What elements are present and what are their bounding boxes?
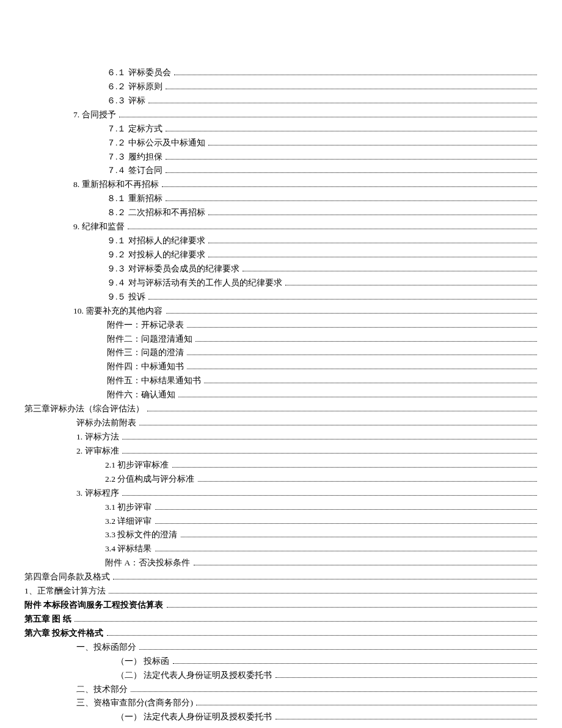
toc-entry-label: （一） 投标函 <box>116 655 172 668</box>
toc-leader-dots <box>122 453 537 454</box>
toc-entry: ７.４ 签订合同 <box>24 164 538 178</box>
toc-entry-label: ７.４ 签订合同 <box>107 164 164 177</box>
toc-entry: ９.３ 对评标委员会成员的纪律要求 <box>24 262 538 276</box>
toc-leader-dots <box>166 200 537 201</box>
toc-entry-label: 附件 A：否决投标条件 <box>105 557 192 570</box>
toc-entry: 三、资格审查部分(含商务部分) <box>24 696 538 710</box>
toc-entry-label: 附件三：问题的澄清 <box>107 347 186 359</box>
toc-entry: ６.３ 评标 <box>24 94 538 108</box>
toc-leader-dots <box>131 691 537 692</box>
toc-entry: 1. 评标方法 <box>24 430 538 444</box>
toc-leader-dots <box>276 719 537 719</box>
toc-entry: 附件二：问题澄清通知 <box>24 333 538 347</box>
toc-leader-dots <box>174 75 537 75</box>
toc-leader-dots <box>187 327 537 328</box>
toc-entry: ９.２ 对投标人的纪律要求 <box>24 248 538 262</box>
toc-entry: 二、技术部分 <box>24 683 538 697</box>
page-container: ６.１ 评标委员会 ６.２ 评标原则 ６.３ 评标 7. 合同授予 ７.１ 定标… <box>0 0 562 728</box>
toc-entry: 3.2 详细评审 <box>24 515 538 529</box>
toc-leader-dots <box>172 467 537 468</box>
toc-entry: ９.５ 投诉 <box>24 290 538 304</box>
toc-entry-label: 8. 重新招标和不再招标 <box>73 178 161 191</box>
toc-leader-dots <box>148 299 537 300</box>
toc-leader-dots <box>147 411 537 411</box>
toc-entry-label: 附件一：开标记录表 <box>107 319 186 332</box>
toc-leader-dots <box>139 425 537 425</box>
toc-leader-dots <box>166 159 537 160</box>
toc-entry-label: 2.2 分值构成与评分标准 <box>105 473 197 486</box>
toc-entry: 第五章 图 纸 <box>24 612 538 627</box>
toc-entry-label: 附件六：确认通知 <box>107 389 177 402</box>
toc-entry-label: ９.２ 对投标人的纪律要求 <box>107 249 207 262</box>
toc-entry: ６.１ 评标委员会 <box>24 66 538 80</box>
toc-entry: 8. 重新招标和不再招标 <box>24 178 538 192</box>
toc-entry: 第六章 投标文件格式 <box>24 627 538 641</box>
toc-entry: ９.４ 对与评标活动有关的工作人员的纪律要求 <box>24 276 538 290</box>
toc-entry: 附件一：开标记录表 <box>24 318 538 333</box>
toc-leader-dots <box>166 313 537 314</box>
toc-entry: （二） 法定代表人身份证明及授权委托书 <box>24 669 538 683</box>
toc-leader-dots <box>139 649 537 650</box>
toc-entry: 9. 纪律和监督 <box>24 220 538 234</box>
toc-entry-label: 3.1 初步评审 <box>105 501 154 514</box>
toc-entry-label: 第五章 图 纸 <box>24 613 73 626</box>
toc-entry-label: 3. 评标程序 <box>76 487 121 500</box>
toc-entry-label: 3.2 详细评审 <box>105 515 154 528</box>
toc-entry-label: ８.１ 重新招标 <box>107 193 164 205</box>
toc-entry-label: ７.１ 定标方式 <box>107 123 164 136</box>
table-of-contents: ６.１ 评标委员会 ６.２ 评标原则 ６.３ 评标 7. 合同授予 ７.１ 定标… <box>24 66 538 724</box>
toc-leader-dots <box>75 621 537 622</box>
toc-leader-dots <box>194 565 538 565</box>
toc-leader-dots <box>187 355 537 355</box>
toc-leader-dots <box>181 537 537 537</box>
toc-entry: 附件六：确认通知 <box>24 388 538 402</box>
toc-entry: ７.２ 中标公示及中标通知 <box>24 136 538 150</box>
toc-entry: 3.1 初步评审 <box>24 501 538 515</box>
toc-entry-label: ６.１ 评标委员会 <box>107 67 173 79</box>
toc-entry-label: 第四章合同条款及格式 <box>24 571 112 584</box>
toc-entry: 2.1 初步评审标准 <box>24 458 538 472</box>
toc-entry-label: ９.５ 投诉 <box>107 291 147 304</box>
toc-entry: 3.3 投标文件的澄清 <box>24 528 538 542</box>
toc-entry-label: 3.4 评标结果 <box>105 543 154 556</box>
toc-entry: （一） 法定代表人身份证明及授权委托书 <box>24 710 538 724</box>
toc-entry: 评标办法前附表 <box>24 416 538 430</box>
toc-entry-label: 7. 合同授予 <box>73 109 118 122</box>
toc-entry: 附件四：中标通知书 <box>24 360 538 374</box>
toc-leader-dots <box>128 229 537 229</box>
toc-entry: 10. 需要补充的其他内容 <box>24 304 538 318</box>
toc-leader-dots <box>109 593 537 594</box>
toc-entry-label: （一） 法定代表人身份证明及授权委托书 <box>116 711 274 724</box>
toc-entry-label: 附件 本标段咨询服务工程投资估算表 <box>24 599 166 612</box>
toc-leader-dots <box>119 117 537 117</box>
toc-leader-dots <box>166 172 537 173</box>
toc-entry-label: ８.２ 二次招标和不再招标 <box>107 207 207 219</box>
toc-entry-label: 第六章 投标文件格式 <box>24 627 106 640</box>
toc-entry: 3.4 评标结果 <box>24 542 538 556</box>
toc-entry: ８.２ 二次招标和不再招标 <box>24 206 538 220</box>
toc-entry-label: 2. 评审标准 <box>76 445 121 458</box>
toc-leader-dots <box>198 481 537 482</box>
toc-leader-dots <box>107 635 537 636</box>
toc-entry: ９.１ 对招标人的纪律要求 <box>24 234 538 248</box>
toc-entry: 7. 合同授予 <box>24 108 538 122</box>
toc-entry-label: ６.３ 评标 <box>107 95 147 108</box>
toc-leader-dots <box>178 397 537 397</box>
toc-entry: ６.２ 评标原则 <box>24 80 538 94</box>
toc-entry: 1、正常酬金计算方法 <box>24 584 538 598</box>
toc-entry-label: 附件二：问题澄清通知 <box>107 333 194 346</box>
toc-entry-label: 1. 评标方法 <box>76 431 121 444</box>
toc-leader-dots <box>167 607 537 608</box>
toc-leader-dots <box>195 341 537 342</box>
toc-leader-dots <box>173 663 537 664</box>
toc-leader-dots <box>196 705 537 705</box>
toc-entry-label: ９.１ 对招标人的纪律要求 <box>107 235 207 248</box>
toc-entry: （一） 投标函 <box>24 655 538 669</box>
toc-entry-label: ９.３ 对评标委员会成员的纪律要求 <box>107 263 241 276</box>
toc-entry-label: 附件五：中标结果通知书 <box>107 375 203 388</box>
toc-entry-label: 第三章评标办法（综合评估法） <box>24 403 146 416</box>
toc-entry: 附件 A：否决投标条件 <box>24 556 538 570</box>
toc-entry: 一、投标函部分 <box>24 641 538 655</box>
toc-leader-dots <box>162 186 537 187</box>
toc-leader-dots <box>155 523 537 524</box>
